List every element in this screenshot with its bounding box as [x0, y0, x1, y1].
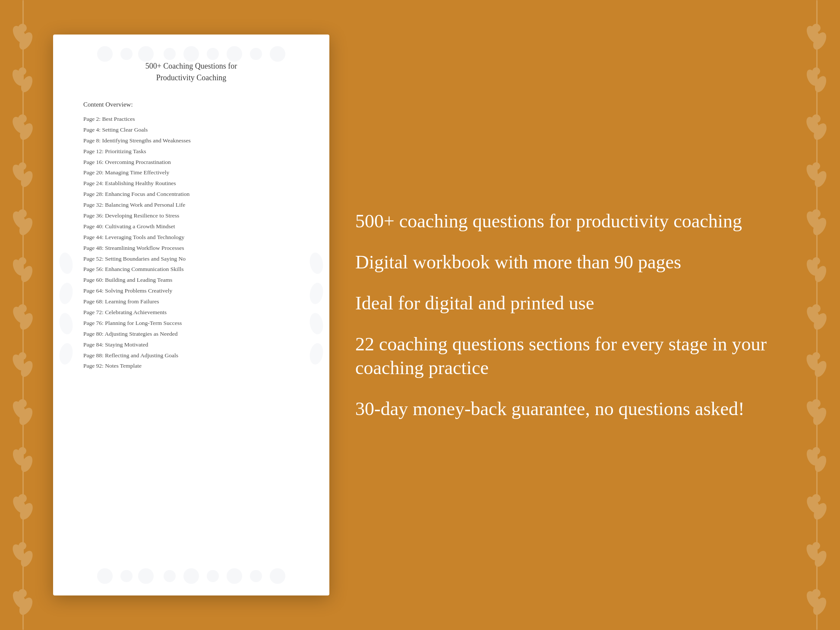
svg-point-94 — [308, 282, 325, 305]
svg-point-18 — [19, 257, 26, 265]
toc-item: Page 60: Building and Leading Teams — [83, 276, 299, 284]
toc-item: Page 28: Enhancing Focus and Concentrati… — [83, 190, 299, 198]
svg-point-98 — [120, 570, 133, 582]
svg-point-97 — [97, 568, 113, 584]
svg-point-91 — [58, 312, 74, 335]
svg-point-102 — [207, 570, 219, 582]
document-card: 500+ Coaching Questions for Productivity… — [53, 35, 329, 595]
toc-item: Page 20: Managing Time Effectively — [83, 169, 299, 177]
toc-item: Page 32: Balancing Work and Personal Lif… — [83, 201, 299, 209]
toc-item: Page 72: Celebrating Achievements — [83, 309, 299, 317]
svg-point-99 — [138, 568, 154, 584]
toc-item: Page 40: Cultivating a Growth Mindset — [83, 223, 299, 231]
floral-decoration-left — [0, 0, 47, 630]
svg-point-70 — [812, 447, 820, 455]
table-of-contents: Page 2: Best PracticesPage 4: Setting Cl… — [83, 115, 299, 370]
svg-point-30 — [19, 447, 26, 455]
svg-point-84 — [183, 46, 199, 62]
toc-item: Page 52: Setting Boundaries and Saying N… — [83, 255, 299, 263]
svg-point-105 — [270, 568, 285, 584]
svg-point-88 — [270, 46, 285, 62]
svg-point-89 — [58, 252, 74, 275]
toc-item: Page 4: Setting Clear Goals — [83, 126, 299, 134]
toc-item: Page 88: Reflecting and Adjusting Goals — [83, 352, 299, 360]
svg-point-33 — [18, 494, 27, 503]
toc-item: Page 80: Adjusting Strategies as Needed — [83, 330, 299, 338]
document-watermark-bottom — [81, 565, 302, 587]
toc-item: Page 44: Leveraging Tools and Technology — [83, 233, 299, 242]
svg-point-46 — [812, 67, 820, 75]
svg-point-81 — [120, 48, 133, 60]
svg-point-12 — [19, 162, 26, 170]
svg-point-61 — [812, 304, 821, 313]
toc-item: Page 68: Learning from Failures — [83, 298, 299, 306]
svg-point-73 — [812, 494, 821, 503]
document-side-watermark-left — [57, 250, 75, 380]
svg-point-6 — [19, 67, 26, 75]
svg-point-39 — [18, 589, 27, 598]
content-overview-label: Content Overview: — [83, 101, 299, 108]
svg-point-80 — [97, 46, 113, 62]
toc-item: Page 24: Establishing Healthy Routines — [83, 180, 299, 188]
svg-point-103 — [227, 568, 242, 584]
svg-point-82 — [138, 46, 154, 62]
toc-item: Page 12: Prioritizing Tasks — [83, 148, 299, 156]
svg-point-83 — [164, 48, 176, 60]
toc-item: Page 92: Notes Template — [83, 362, 299, 370]
feature-1: 500+ coaching questions for productivity… — [355, 209, 787, 233]
feature-4: 22 coaching questions sections for every… — [355, 332, 787, 380]
document-watermark-top — [81, 43, 302, 65]
svg-point-86 — [227, 46, 242, 62]
svg-point-92 — [58, 342, 74, 365]
svg-point-49 — [812, 114, 821, 123]
svg-point-24 — [19, 352, 26, 360]
svg-point-27 — [18, 399, 27, 408]
svg-point-104 — [250, 570, 262, 582]
features-panel: 500+ coaching questions for productivity… — [355, 201, 787, 429]
toc-item: Page 64: Solving Problems Creatively — [83, 287, 299, 295]
svg-point-67 — [812, 399, 821, 408]
toc-item: Page 36: Developing Resilience to Stress — [83, 212, 299, 220]
svg-point-36 — [19, 542, 26, 550]
svg-point-95 — [308, 312, 325, 335]
feature-5: 30-day money-back guarantee, no question… — [355, 397, 787, 421]
svg-point-9 — [18, 114, 27, 123]
toc-item: Page 56: Enhancing Communication Skills — [83, 265, 299, 274]
svg-point-43 — [812, 24, 821, 32]
feature-2: Digital workbook with more than 90 pages — [355, 250, 787, 274]
toc-item: Page 84: Staying Motivated — [83, 341, 299, 349]
svg-point-100 — [164, 570, 176, 582]
svg-point-3 — [18, 24, 27, 32]
toc-item: Page 48: Streamlining Workflow Processes — [83, 244, 299, 252]
svg-point-64 — [812, 352, 820, 360]
svg-point-85 — [207, 48, 219, 60]
toc-item: Page 16: Overcoming Procrastination — [83, 158, 299, 167]
svg-point-96 — [308, 342, 325, 365]
svg-point-21 — [18, 304, 27, 313]
svg-point-101 — [183, 568, 199, 584]
main-layout: 500+ Coaching Questions for Productivity… — [53, 17, 787, 613]
svg-point-52 — [812, 162, 820, 170]
svg-point-58 — [812, 257, 820, 265]
floral-decoration-right — [793, 0, 840, 630]
feature-3: Ideal for digital and printed use — [355, 291, 787, 315]
toc-item: Page 8: Identifying Strengths and Weakne… — [83, 137, 299, 145]
toc-item: Page 2: Best Practices — [83, 115, 299, 123]
document-title-line2: Productivity Coaching — [156, 73, 226, 82]
toc-item: Page 76: Planning for Long-Term Success — [83, 319, 299, 328]
svg-point-15 — [18, 209, 27, 218]
svg-point-87 — [250, 48, 262, 60]
document-side-watermark-right — [308, 250, 325, 380]
svg-point-55 — [812, 209, 821, 218]
svg-point-76 — [812, 542, 820, 550]
svg-point-79 — [812, 589, 821, 598]
svg-point-90 — [58, 282, 74, 305]
svg-point-93 — [308, 252, 325, 275]
